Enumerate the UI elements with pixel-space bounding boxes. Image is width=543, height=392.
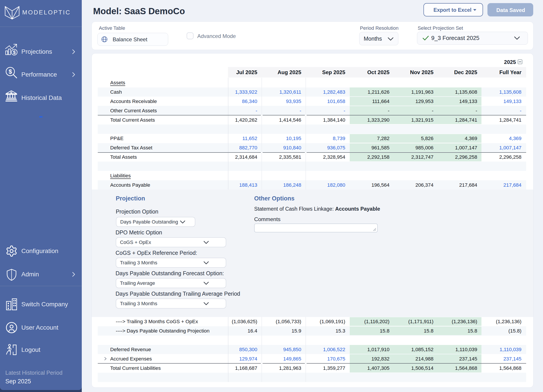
svg-text:$: $ xyxy=(9,68,12,75)
svg-text:$: $ xyxy=(13,50,16,55)
